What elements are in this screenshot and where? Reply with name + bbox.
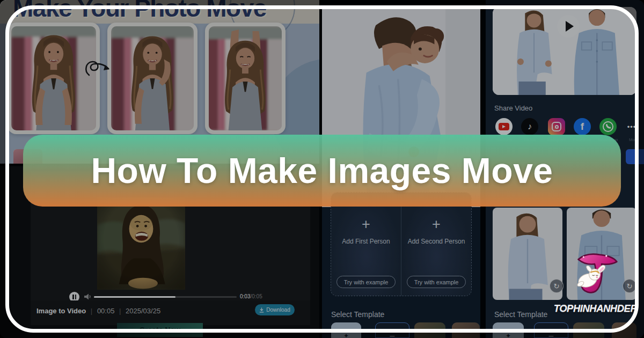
page-title: How To Make Images Move <box>91 150 553 191</box>
mascot-icon <box>565 250 625 303</box>
watermark-logo: TOPHINHANHDEP <box>552 250 639 321</box>
cover-image: Make Your Photo Move <box>0 0 644 338</box>
brand-name: TOPHINHANHDEP <box>552 303 639 314</box>
title-banner: How To Make Images Move <box>23 135 621 207</box>
